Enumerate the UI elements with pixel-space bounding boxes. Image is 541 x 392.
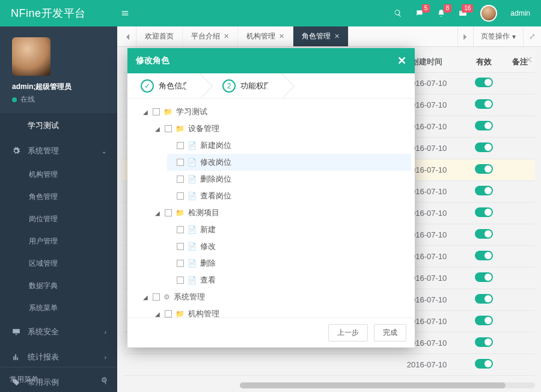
checkbox[interactable] bbox=[177, 159, 184, 166]
submenu-item[interactable]: 岗位管理 bbox=[0, 208, 117, 230]
desktop-icon bbox=[12, 328, 20, 336]
menu-security[interactable]: 系统安全› bbox=[0, 319, 117, 345]
tab[interactable]: 平台介绍✕ bbox=[183, 26, 238, 46]
checkbox[interactable] bbox=[177, 176, 184, 183]
mail-badge: 16 bbox=[462, 4, 473, 13]
checkbox[interactable] bbox=[177, 260, 184, 267]
alerts-icon[interactable]: 8 bbox=[437, 9, 445, 17]
tree-leaf[interactable]: 📄删除岗位 bbox=[167, 171, 411, 188]
tab[interactable]: 欢迎首页 bbox=[136, 26, 183, 46]
menu-reports[interactable]: 统计报表› bbox=[0, 345, 117, 370]
tree-leaf[interactable]: 📄修改岗位 bbox=[167, 154, 411, 171]
valid-switch[interactable] bbox=[475, 78, 493, 87]
checkbox[interactable] bbox=[153, 293, 160, 301]
tree-node[interactable]: ◢📁设备管理 bbox=[155, 120, 411, 137]
table-row[interactable]: 2016-07-10 bbox=[123, 354, 535, 376]
modal-title: 修改角色 bbox=[136, 55, 170, 66]
valid-switch[interactable] bbox=[475, 164, 493, 174]
sidebar: admin;超级管理员 在线 学习测试 系统管理⌄ 机构管理角色管理岗位管理用户… bbox=[0, 26, 117, 392]
header-username[interactable]: admin bbox=[510, 9, 530, 17]
submenu-item[interactable]: 数据字典 bbox=[0, 275, 117, 297]
tab-ops[interactable]: 页签操作▾ bbox=[473, 26, 523, 46]
menu-study[interactable]: 学习测试 bbox=[0, 113, 117, 138]
checkbox[interactable] bbox=[165, 209, 172, 216]
horizontal-scrollbar[interactable] bbox=[240, 382, 535, 388]
collapse-icon[interactable]: ◢ bbox=[143, 109, 149, 115]
tree-leaf[interactable]: 📄新建岗位 bbox=[167, 137, 411, 154]
checkbox[interactable] bbox=[177, 243, 184, 250]
submenu-item[interactable]: 角色管理 bbox=[0, 186, 117, 208]
submenu-item[interactable]: 用户管理 bbox=[0, 230, 117, 253]
modal-edit-role: 修改角色 ✕ ✓角色信息 2功能权限 ◢📁学习测试 ◢📁设备管理 📄新建岗位 📄… bbox=[127, 48, 415, 348]
cell-date: 2016-07-10 bbox=[391, 360, 463, 369]
checkbox[interactable] bbox=[177, 142, 184, 149]
messages-badge: 5 bbox=[422, 4, 430, 13]
cogs-icon: ⚙ bbox=[164, 293, 170, 301]
folder-icon: 📁 bbox=[164, 108, 173, 116]
status-dot bbox=[12, 97, 17, 102]
finish-button[interactable]: 完成 bbox=[374, 324, 406, 341]
tabs-close-all[interactable]: ⤢ bbox=[523, 26, 541, 46]
valid-switch[interactable] bbox=[475, 142, 493, 152]
valid-switch[interactable] bbox=[475, 229, 493, 239]
tree-node[interactable]: ◢⚙系统管理 bbox=[143, 289, 411, 305]
tab[interactable]: 机构管理✕ bbox=[238, 26, 293, 46]
tree-node[interactable]: ◢📁机构管理 bbox=[155, 305, 411, 317]
cogs-icon bbox=[12, 147, 20, 155]
modal-close-icon[interactable]: ✕ bbox=[397, 54, 406, 67]
profile-name: admin;超级管理员 bbox=[12, 82, 105, 92]
chart-icon bbox=[12, 353, 20, 361]
valid-switch[interactable] bbox=[475, 337, 493, 347]
tree-leaf[interactable]: 📄新建 bbox=[167, 221, 411, 238]
step-permissions[interactable]: 2功能权限 bbox=[203, 73, 285, 98]
tab-close-icon[interactable]: ✕ bbox=[279, 32, 284, 40]
alerts-badge: 8 bbox=[444, 4, 452, 13]
valid-switch[interactable] bbox=[475, 272, 493, 282]
checkbox[interactable] bbox=[177, 226, 184, 233]
tab-close-icon[interactable]: ✕ bbox=[224, 32, 229, 40]
header-avatar[interactable] bbox=[480, 5, 497, 22]
tab-close-icon[interactable]: ✕ bbox=[334, 32, 340, 40]
checkbox[interactable] bbox=[153, 108, 160, 115]
checkbox[interactable] bbox=[177, 192, 184, 200]
tree-leaf[interactable]: 📄删除 bbox=[167, 255, 411, 272]
gear-icon[interactable]: ⚙ bbox=[101, 376, 108, 384]
panel-close-icon[interactable]: ✕ bbox=[525, 54, 533, 66]
profile-avatar[interactable] bbox=[12, 37, 50, 76]
tree-node[interactable]: ◢📁学习测试 bbox=[143, 103, 411, 120]
valid-switch[interactable] bbox=[475, 99, 493, 109]
menu-system-mgmt[interactable]: 系统管理⌄ bbox=[0, 138, 117, 164]
file-icon: 📄 bbox=[188, 141, 197, 150]
tabs-scroll-right[interactable]: ⏵ bbox=[457, 26, 473, 46]
valid-switch[interactable] bbox=[475, 294, 493, 304]
tabs-scroll-left[interactable]: ⏴ bbox=[121, 26, 136, 46]
app-brand: NFine开发平台 bbox=[0, 6, 117, 20]
valid-switch[interactable] bbox=[475, 359, 493, 369]
valid-switch[interactable] bbox=[475, 316, 493, 325]
valid-switch[interactable] bbox=[475, 121, 493, 130]
messages-icon[interactable]: 5 bbox=[415, 9, 424, 17]
profile-status: 在线 bbox=[12, 94, 105, 105]
tree-leaf[interactable]: 📄修改 bbox=[167, 238, 411, 255]
checkbox[interactable] bbox=[165, 125, 172, 132]
valid-switch[interactable] bbox=[475, 251, 493, 260]
check-icon: ✓ bbox=[141, 79, 154, 93]
common-menu[interactable]: 常用菜单⚙ bbox=[0, 367, 117, 392]
submenu-item[interactable]: 系统菜单 bbox=[0, 297, 117, 319]
search-icon[interactable] bbox=[394, 9, 402, 17]
submenu-item[interactable]: 区域管理 bbox=[0, 253, 117, 275]
valid-switch[interactable] bbox=[475, 207, 493, 217]
tabbar: ⏴ 欢迎首页平台介绍✕机构管理✕角色管理✕ ⏵ 页签操作▾ ⤢ bbox=[117, 26, 541, 47]
sidebar-toggle[interactable] bbox=[117, 9, 133, 17]
tab[interactable]: 角色管理✕ bbox=[293, 26, 349, 46]
mail-icon[interactable]: 16 bbox=[459, 9, 467, 17]
checkbox[interactable] bbox=[165, 310, 172, 317]
checkbox[interactable] bbox=[177, 277, 184, 284]
submenu-item[interactable]: 机构管理 bbox=[0, 164, 117, 186]
tree-leaf[interactable]: 📄查看 bbox=[167, 272, 411, 289]
tree-leaf[interactable]: 📄查看岗位 bbox=[167, 188, 411, 204]
tree-node[interactable]: ◢📁检测项目 bbox=[155, 204, 411, 221]
step-role-info[interactable]: ✓角色信息 bbox=[127, 73, 203, 98]
valid-switch[interactable] bbox=[475, 186, 493, 195]
prev-button[interactable]: 上一步 bbox=[328, 324, 368, 341]
